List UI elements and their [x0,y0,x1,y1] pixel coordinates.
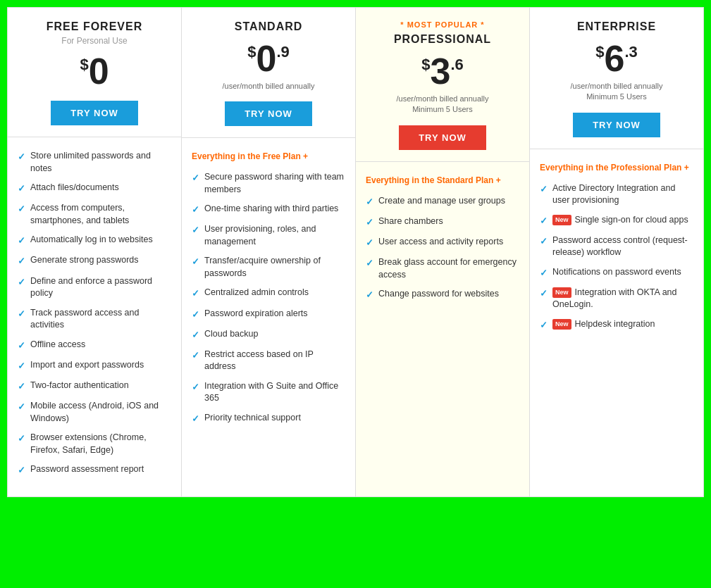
feature-item: ✓Share chambers [366,215,519,229]
check-icon: ✓ [192,287,199,300]
check-icon: ✓ [18,255,25,268]
plan-billing-standard: /user/month billed annually [193,81,344,92]
feature-text: Change password for websites [378,288,499,301]
feature-text: User provisioning, roles, and management [204,223,345,248]
feature-item: ✓Mobile access (Android, iOS and Windows… [18,400,171,425]
check-icon: ✓ [192,256,199,268]
check-icon: ✓ [192,413,199,425]
try-now-button-free[interactable]: TRY NOW [51,101,138,125]
price-main: 3 [430,53,450,89]
plan-features-standard: Everything in the Free Plan +✓Secure pas… [182,138,355,496]
check-icon: ✓ [540,235,548,248]
plan-col-free: FREE FOREVERFor Personal Use$0TRY NOW✓St… [8,8,182,496]
plan-name-standard: STANDARD [193,20,344,33]
feature-item: ✓Password assessment report [18,463,171,477]
check-icon: ✓ [540,267,548,280]
check-icon: ✓ [18,339,25,352]
check-icon: ✓ [366,196,373,208]
plan-col-enterprise: ENTERPRISE$6.3/user/month billed annuall… [530,8,703,496]
feature-item: ✓Generate strong passwords [18,254,171,268]
feature-item: ✓Break glass account for emergency acces… [366,256,519,281]
feature-item: ✓Browser extensions (Chrome, Firefox, Sa… [18,432,171,456]
feature-item: ✓Active Directory Integration and user p… [540,182,693,207]
check-icon: ✓ [192,381,199,394]
feature-text: Centralized admin controls [204,287,309,299]
feature-item: ✓Change password for websites [366,288,519,301]
feature-text: Notifications on password events [552,266,681,279]
plan-price-enterprise: $6.3 [541,40,692,77]
try-now-button-enterprise[interactable]: TRY NOW [573,113,660,137]
feature-text: Secure password sharing with team member… [204,171,345,196]
feature-item: ✓NewIntegration with OKTA and OneLogin. [540,287,693,311]
new-badge: New [552,287,571,298]
plan-name-professional: PROFESSIONAL [367,33,518,46]
features-title-professional: Everything in the Standard Plan + [366,175,519,187]
feature-item: ✓Create and manage user groups [366,195,519,208]
feature-item: ✓Import and export passwords [18,359,171,373]
plan-price-professional: $3.6 [367,53,518,89]
feature-text: Share chambers [378,215,443,228]
feature-text: Integration with G Suite and Office 365 [204,380,345,405]
feature-text: NewHelpdesk integration [552,318,655,331]
feature-item: ✓Track password access and activities [18,307,171,332]
check-icon: ✓ [540,215,548,227]
check-icon: ✓ [18,234,25,247]
price-main: 0 [89,53,109,89]
feature-item: ✓User access and activity reports [366,236,519,249]
check-icon: ✓ [18,308,25,320]
price-decimal: .6 [450,57,463,73]
plan-header-free: FREE FOREVERFor Personal Use$0TRY NOW [8,8,181,137]
feature-text: Define and enforce a password policy [30,275,171,300]
check-icon: ✓ [366,257,373,270]
plan-features-free: ✓Store unlimited passwords and notes✓Att… [8,137,181,496]
feature-text: Access from computers, smartphones, and … [30,202,171,227]
feature-item: ✓Transfer/acquire ownership of passwords [192,255,345,280]
plan-subtitle-free: For Personal Use [19,36,170,46]
check-icon: ✓ [540,319,548,332]
feature-text: One-time sharing with third parties [204,203,338,215]
feature-item: ✓Integration with G Suite and Office 365 [192,380,345,405]
check-icon: ✓ [366,289,373,301]
plan-billing-enterprise: /user/month billed annually Minimum 5 Us… [541,81,692,103]
feature-text: Active Directory Integration and user pr… [552,182,693,207]
feature-item: ✓Store unlimited passwords and notes [18,150,171,175]
price-symbol: $ [595,44,604,60]
feature-item: ✓Priority technical support [192,412,345,425]
feature-item: ✓NewSingle sign-on for cloud apps [540,214,693,227]
feature-text: Transfer/acquire ownership of passwords [204,255,345,280]
try-now-button-standard[interactable]: TRY NOW [225,101,312,126]
plan-billing-professional: /user/month billed annually Minimum 5 Us… [367,94,518,115]
feature-item: ✓One-time sharing with third parties [192,203,345,216]
feature-text: Attach files/documents [30,182,119,194]
try-now-button-professional[interactable]: TRY NOW [399,125,486,150]
feature-item: ✓Automatically log in to websites [18,234,171,247]
price-symbol: $ [80,57,88,73]
check-icon: ✓ [192,308,199,321]
check-icon: ✓ [18,276,25,289]
features-title-standard: Everything in the Free Plan + [192,151,345,163]
feature-item: ✓User provisioning, roles, and managemen… [192,223,345,248]
check-icon: ✓ [366,237,373,249]
new-badge: New [552,215,571,225]
feature-item: ✓Access from computers, smartphones, and… [18,202,171,227]
feature-item: ✓Two-factor authentication [18,380,171,393]
feature-text: Create and manage user groups [378,195,505,208]
check-icon: ✓ [18,380,25,393]
plan-features-professional: Everything in the Standard Plan +✓Create… [356,162,529,497]
price-symbol: $ [247,44,256,60]
check-icon: ✓ [540,183,548,196]
feature-text: NewIntegration with OKTA and OneLogin. [552,287,693,311]
plan-col-professional: * MOST POPULAR *PROFESSIONAL$3.6/user/mo… [356,8,530,496]
check-icon: ✓ [192,172,199,184]
feature-text: Password access control (request-release… [552,234,693,259]
check-icon: ✓ [366,216,373,229]
feature-item: ✓Restrict access based on IP address [192,349,345,373]
feature-text: NewSingle sign-on for cloud apps [552,214,688,227]
feature-text: Restrict access based on IP address [204,349,345,373]
check-icon: ✓ [18,432,25,445]
check-icon: ✓ [192,329,199,342]
price-main: 6 [604,40,624,77]
feature-item: ✓Centralized admin controls [192,287,345,300]
check-icon: ✓ [192,224,199,237]
feature-item: ✓Secure password sharing with team membe… [192,171,345,196]
